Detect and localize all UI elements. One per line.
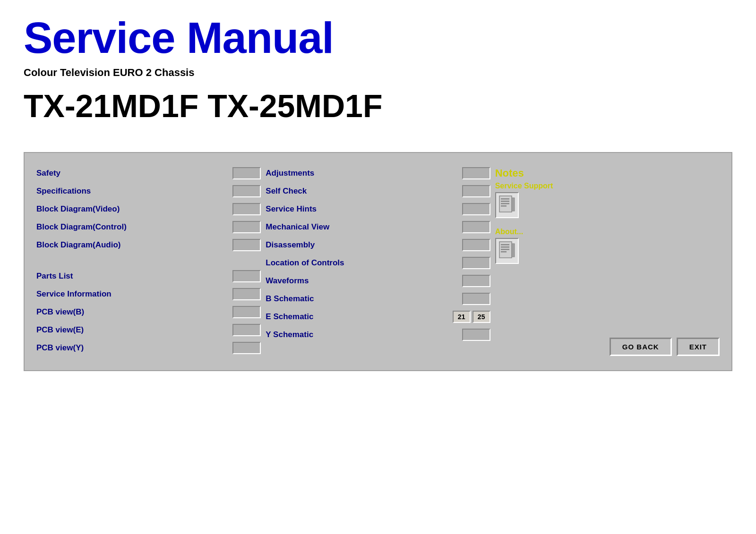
svg-rect-10 [501, 251, 507, 253]
list-item: Service Information [36, 288, 261, 300]
service-information-btn[interactable] [232, 288, 261, 300]
left-column: Safety Specifications Block Diagram(Vide… [36, 167, 261, 356]
subtitle: Colour Television EURO 2 Chassis [24, 67, 732, 79]
svg-rect-7 [501, 244, 509, 246]
service-information-link[interactable]: Service Information [36, 289, 228, 299]
specifications-link[interactable]: Specifications [36, 186, 228, 196]
list-item: Location of Controls [266, 257, 490, 269]
location-of-controls-link[interactable]: Location of Controls [266, 258, 457, 268]
svg-rect-11 [512, 244, 515, 257]
pcb-view-b-link[interactable]: PCB view(B) [36, 307, 228, 317]
service-support-label: Service Support [495, 182, 720, 190]
list-item: B Schematic [266, 293, 490, 305]
list-item: Block Diagram(Control) [36, 221, 261, 233]
list-item: PCB view(E) [36, 324, 261, 336]
middle-column: Adjustments Self Check Service Hints Mec… [266, 167, 490, 356]
parts-list-link[interactable]: Parts List [36, 271, 228, 281]
pcb-view-e-btn[interactable] [232, 324, 261, 336]
pcb-view-b-btn[interactable] [232, 306, 261, 318]
safety-link[interactable]: Safety [36, 169, 228, 178]
svg-rect-5 [512, 198, 515, 211]
pcb-view-y-link[interactable]: PCB view(Y) [36, 343, 228, 353]
list-item: Adjustments [266, 167, 490, 179]
self-check-btn[interactable] [462, 185, 490, 197]
parts-list-btn[interactable] [232, 270, 261, 282]
pcb-view-e-link[interactable]: PCB view(E) [36, 325, 228, 335]
mechanical-view-btn[interactable] [462, 221, 490, 233]
e-schematic-btn-pair: 21 25 [453, 311, 490, 323]
list-item: Self Check [266, 185, 490, 197]
list-item: Waveforms [266, 275, 490, 287]
go-back-button[interactable]: GO BACK [610, 338, 672, 356]
adjustments-link[interactable]: Adjustments [266, 169, 457, 178]
exit-button[interactable]: EXIT [677, 338, 720, 356]
header-section: Service Manual Colour Television EURO 2 … [0, 0, 756, 143]
spacer [36, 257, 261, 266]
model-title: TX-21MD1F TX-25MD1F [24, 88, 732, 124]
right-col-inner: Notes Service Support About... [495, 167, 720, 356]
b-schematic-link[interactable]: B Schematic [266, 294, 457, 304]
waveforms-btn[interactable] [462, 275, 490, 287]
svg-rect-1 [501, 198, 509, 200]
block-diagram-audio-btn[interactable] [232, 239, 261, 251]
specifications-btn[interactable] [232, 185, 261, 197]
disassembly-btn[interactable] [462, 239, 490, 251]
svg-rect-4 [501, 205, 507, 207]
block-diagram-control-btn[interactable] [232, 221, 261, 233]
e-schematic-link[interactable]: E Schematic [266, 312, 447, 322]
mechanical-view-link[interactable]: Mechanical View [266, 222, 457, 232]
svg-rect-8 [501, 246, 509, 248]
self-check-link[interactable]: Self Check [266, 186, 457, 196]
main-panel: Safety Specifications Block Diagram(Vide… [24, 152, 732, 371]
about-icon[interactable] [495, 238, 519, 264]
pcb-view-y-btn[interactable] [232, 342, 261, 354]
list-item: Y Schematic [266, 329, 490, 341]
list-item: PCB view(B) [36, 306, 261, 318]
right-column: Notes Service Support About... [495, 167, 720, 356]
notes-label: Notes [495, 167, 720, 179]
waveforms-link[interactable]: Waveforms [266, 276, 457, 286]
location-of-controls-btn[interactable] [462, 257, 490, 269]
svg-rect-3 [501, 203, 509, 204]
list-item: Service Hints [266, 203, 490, 215]
disassembly-link[interactable]: Disassembly [266, 240, 457, 250]
list-item: Safety [36, 167, 261, 179]
block-diagram-audio-link[interactable]: Block Diagram(Audio) [36, 240, 228, 250]
svg-rect-9 [501, 249, 509, 250]
list-item: Block Diagram(Audio) [36, 239, 261, 251]
block-diagram-video-link[interactable]: Block Diagram(Video) [36, 204, 228, 214]
b-schematic-btn[interactable] [462, 293, 490, 305]
service-support-icon[interactable] [495, 192, 519, 218]
about-label: About... [495, 228, 720, 236]
list-item: PCB view(Y) [36, 342, 261, 354]
block-diagram-video-btn[interactable] [232, 203, 261, 215]
block-diagram-control-link[interactable]: Block Diagram(Control) [36, 222, 228, 232]
safety-btn[interactable] [232, 167, 261, 179]
service-hints-btn[interactable] [462, 203, 490, 215]
list-item: Specifications [36, 185, 261, 197]
e-schematic-btn-21[interactable]: 21 [453, 311, 471, 323]
y-schematic-btn[interactable] [462, 329, 490, 341]
y-schematic-link[interactable]: Y Schematic [266, 330, 457, 339]
bottom-buttons: GO BACK EXIT [495, 328, 720, 356]
main-title: Service Manual [24, 14, 732, 62]
list-item: Disassembly [266, 239, 490, 251]
list-item: Block Diagram(Video) [36, 203, 261, 215]
e-schematic-btn-25[interactable]: 25 [472, 311, 490, 323]
svg-rect-2 [501, 201, 509, 202]
list-item: E Schematic 21 25 [266, 311, 490, 323]
adjustments-btn[interactable] [462, 167, 490, 179]
list-item: Parts List [36, 270, 261, 282]
list-item: Mechanical View [266, 221, 490, 233]
service-hints-link[interactable]: Service Hints [266, 204, 457, 214]
